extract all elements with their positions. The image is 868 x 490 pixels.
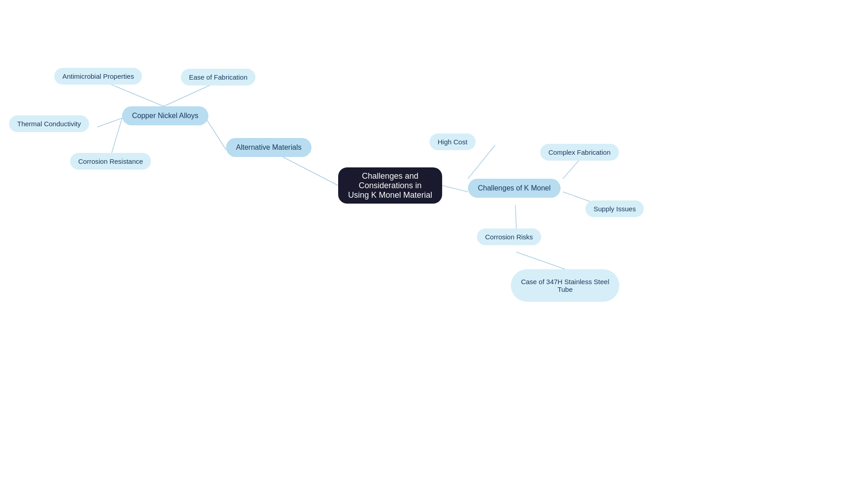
svg-line-7 xyxy=(468,145,495,179)
corrosion-resistance-node[interactable]: Corrosion Resistance xyxy=(70,153,151,170)
mindmap-canvas: Challenges and Considerations in Using K… xyxy=(0,0,868,490)
complex-fabrication-node[interactable]: Complex Fabrication xyxy=(540,144,619,161)
antimicrobial-properties-node[interactable]: Antimicrobial Properties xyxy=(54,68,142,85)
corrosion-risks-node[interactable]: Corrosion Risks xyxy=(477,228,541,245)
supply-issues-node[interactable]: Supply Issues xyxy=(585,200,644,217)
alternative-materials-node[interactable]: Alternative Materials xyxy=(226,138,311,157)
svg-line-10 xyxy=(515,205,516,228)
svg-line-4 xyxy=(97,118,122,127)
svg-line-6 xyxy=(442,186,468,192)
thermal-conductivity-node[interactable]: Thermal Conductivity xyxy=(9,115,89,132)
challenges-k-monel-node[interactable]: Challenges of K Monel xyxy=(468,179,561,198)
ease-of-fabrication-node[interactable]: Ease of Fabrication xyxy=(181,69,255,86)
case-347h-node[interactable]: Case of 347H Stainless Steel Tube xyxy=(511,269,619,302)
center-node[interactable]: Challenges and Considerations in Using K… xyxy=(338,167,442,204)
copper-nickel-alloys-node[interactable]: Copper Nickel Alloys xyxy=(122,106,208,125)
svg-line-5 xyxy=(112,118,122,153)
svg-line-11 xyxy=(516,252,565,269)
svg-line-1 xyxy=(206,118,226,150)
high-cost-node[interactable]: High Cost xyxy=(429,133,476,150)
